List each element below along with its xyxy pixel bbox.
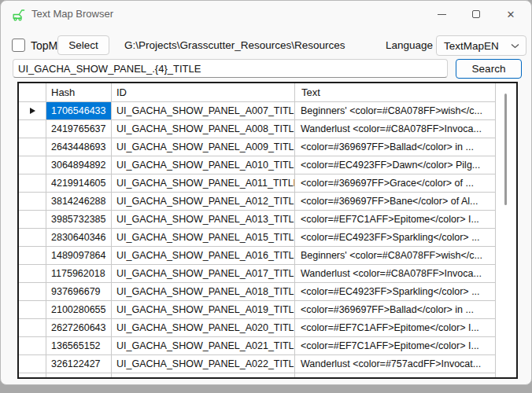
id-cell[interactable]: UI_GACHA_SHOW_PANEL_A020_TITLE [112,319,295,337]
text-cell[interactable]: <color=#EC4923FF>Sparkling</color> ... [295,283,496,301]
table-row[interactable]: 4219914605UI_GACHA_SHOW_PANEL_A011_TITLE… [19,174,516,193]
hash-cell[interactable]: 1175962018 [46,265,112,283]
table-row[interactable]: 2830640346UI_GACHA_SHOW_PANEL_A015_TITLE… [19,229,516,247]
window-title: Text Map Browser [31,8,113,20]
topmost-checkbox[interactable] [12,39,25,52]
row-header-cell[interactable] [19,283,46,301]
row-header-cell[interactable] [19,193,46,211]
id-cell[interactable] [112,373,295,379]
app-window: Text Map Browser ✕ TopMost Select G:\Pro… [0,0,532,385]
table-row[interactable]: 2419765637UI_GACHA_SHOW_PANEL_A008_TITLE… [19,120,516,138]
id-cell[interactable]: UI_GACHA_SHOW_PANEL_A019_TITLE [112,301,295,319]
table-row[interactable]: 2627260643UI_GACHA_SHOW_PANEL_A020_TITLE… [19,319,516,337]
id-cell[interactable]: UI_GACHA_SHOW_PANEL_A011_TITLE [112,174,295,193]
text-cell[interactable]: Beginners' <color=#C8A078FF>wish</c... [295,102,496,120]
select-button[interactable]: Select [57,35,109,55]
id-cell[interactable]: UI_GACHA_SHOW_PANEL_A007_TITLE [112,102,295,120]
hash-cell[interactable]: 3985732385 [46,211,112,229]
hash-cell[interactable]: 2419765637 [46,120,112,138]
id-cell[interactable]: UI_GACHA_SHOW_PANEL_A018_TITLE [112,283,295,301]
row-header-cell[interactable] [19,211,46,229]
column-header-text[interactable]: Text [295,83,496,102]
hash-cell[interactable]: 4219914605 [46,174,112,193]
hash-cell[interactable]: 3064894892 [46,156,112,174]
minimize-icon [438,14,446,15]
row-header-cell[interactable] [19,265,46,283]
hash-cell[interactable]: 2100280655 [46,301,112,319]
row-header-cell[interactable] [19,156,46,174]
table-row[interactable]: 2100280655UI_GACHA_SHOW_PANEL_A019_TITLE… [19,301,516,319]
row-header-cell[interactable] [19,229,46,247]
text-cell[interactable]: Wanderlust <color=#C8A078FF>Invoca... [295,120,496,138]
hash-cell[interactable]: 326122427 [46,355,112,373]
language-label: Language [386,39,433,51]
id-cell[interactable]: UI_GACHA_SHOW_PANEL_A022_TITLE [112,355,295,373]
id-cell[interactable]: UI_GACHA_SHOW_PANEL_A013_TITLE [112,211,295,229]
table-row[interactable]: 3814246288UI_GACHA_SHOW_PANEL_A012_TITLE… [19,193,516,211]
id-cell[interactable]: UI_GACHA_SHOW_PANEL_A008_TITLE [112,120,295,138]
table-row[interactable]: 326122427UI_GACHA_SHOW_PANEL_A022_TITLEW… [19,355,516,373]
row-header-cell[interactable] [19,247,46,265]
window-controls: ✕ [424,1,528,28]
row-header-cell[interactable] [19,174,46,193]
row-header-cell[interactable] [19,373,46,379]
row-header-cell[interactable] [19,120,46,138]
text-cell[interactable]: <color=#EC4923FF>Dawn</color> Pilg... [295,156,496,174]
row-header-cell[interactable] [19,138,46,156]
text-cell[interactable]: <color=#369697FF>Grace</color> of ... [295,174,496,193]
row-header-cell[interactable] [19,102,46,120]
text-cell[interactable] [295,373,496,379]
hash-cell[interactable]: 1706546433 [46,102,112,120]
search-input[interactable] [13,59,448,78]
vertical-scrollbar-thumb[interactable] [504,94,507,205]
text-cell[interactable]: Wanderlust <color=#C8A078FF>Invoca... [295,265,496,283]
table-row[interactable]: 1706546433UI_GACHA_SHOW_PANEL_A007_TITLE… [19,102,516,120]
maximize-button[interactable] [459,1,493,28]
hash-cell[interactable]: 1489097864 [46,247,112,265]
id-cell[interactable]: UI_GACHA_SHOW_PANEL_A010_TITLE [112,156,295,174]
hash-cell[interactable]: 2643448693 [46,138,112,156]
id-cell[interactable]: UI_GACHA_SHOW_PANEL_A016_TITLE [112,247,295,265]
column-header-hash[interactable]: Hash [46,83,112,102]
id-cell[interactable]: UI_GACHA_SHOW_PANEL_A009_TITLE [112,138,295,156]
id-cell[interactable]: UI_GACHA_SHOW_PANEL_A021_TITLE [112,337,295,355]
text-cell[interactable]: <color=#369697FF>Ballad</color> in ... [295,301,496,319]
hash-cell[interactable] [46,373,112,379]
table-row[interactable]: 937696679UI_GACHA_SHOW_PANEL_A018_TITLE<… [19,283,516,301]
text-cell[interactable]: Beginners' <color=#C8A078FF>wish</c... [295,247,496,265]
column-header-id[interactable]: ID [112,83,295,102]
language-select[interactable]: TextMapEN [436,35,526,56]
text-cell[interactable]: <color=#369697FF>Ballad</color> in ... [295,138,496,156]
id-cell[interactable]: UI_GACHA_SHOW_PANEL_A015_TITLE [112,229,295,247]
selected-row-marker-icon [30,108,35,114]
hash-cell[interactable]: 2627260643 [46,319,112,337]
language-selected-value: TextMapEN [444,40,499,52]
hash-cell[interactable]: 3814246288 [46,193,112,211]
text-cell[interactable]: <color=#EC4923FF>Sparkling</color> ... [295,229,496,247]
hash-cell[interactable]: 937696679 [46,283,112,301]
id-cell[interactable]: UI_GACHA_SHOW_PANEL_A012_TITLE [112,193,295,211]
id-cell[interactable]: UI_GACHA_SHOW_PANEL_A017_TITLE [112,265,295,283]
text-cell[interactable]: <color=#EF7C1AFF>Epitome</color> I... [295,337,496,355]
hash-cell[interactable]: 136565152 [46,337,112,355]
row-header-cell[interactable] [19,337,46,355]
table-row[interactable]: 2643448693UI_GACHA_SHOW_PANEL_A009_TITLE… [19,138,516,156]
results-table: Hash ID Text 1706546433UI_GACHA_SHOW_PAN… [17,82,518,379]
table-row[interactable]: 1489097864UI_GACHA_SHOW_PANEL_A016_TITLE… [19,247,516,265]
close-button[interactable]: ✕ [493,1,528,28]
close-icon: ✕ [507,9,515,20]
text-cell[interactable]: <color=#EF7C1AFF>Epitome</color> I... [295,211,496,229]
text-cell[interactable]: <color=#369697FF>Bane</color> of Al... [295,193,496,211]
row-header-cell[interactable] [19,355,46,373]
search-button[interactable]: Search [456,59,522,79]
hash-cell[interactable]: 2830640346 [46,229,112,247]
table-row[interactable]: 3064894892UI_GACHA_SHOW_PANEL_A010_TITLE… [19,156,516,174]
row-header-cell[interactable] [19,301,46,319]
table-row[interactable]: 136565152UI_GACHA_SHOW_PANEL_A021_TITLE<… [19,337,516,355]
text-cell[interactable]: <color=#EF7C1AFF>Epitome</color> I... [295,319,496,337]
table-row[interactable]: 1175962018UI_GACHA_SHOW_PANEL_A017_TITLE… [19,265,516,283]
text-cell[interactable]: Wanderlust <color=#757acdFF>Invocat... [295,355,496,373]
table-row[interactable]: 3985732385UI_GACHA_SHOW_PANEL_A013_TITLE… [19,211,516,229]
row-header-cell[interactable] [19,319,46,337]
minimize-button[interactable] [424,1,459,28]
